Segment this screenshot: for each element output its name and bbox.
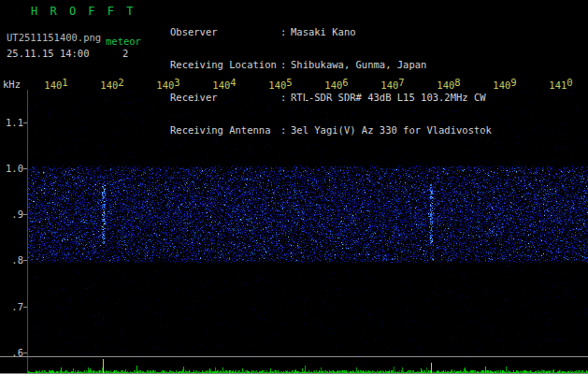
spectrogram-canvas xyxy=(28,90,588,357)
colon-separator: : xyxy=(280,60,291,71)
colon-separator: : xyxy=(280,27,291,38)
datetime-label: 25.11.15 14:00 xyxy=(7,48,90,59)
info-row-observer: Observer:Masaki Kano xyxy=(170,27,492,38)
output-filename: UT2511151400.png xyxy=(7,32,101,43)
frequency-tick-label: .8 xyxy=(11,254,23,266)
observation-code: meteor xyxy=(106,36,141,47)
frequency-tick-label: 1.1 xyxy=(6,117,23,128)
info-label: Receiving Location xyxy=(170,60,280,71)
app-title: H R O F F T xyxy=(31,5,136,18)
frequency-tick-label: .9 xyxy=(11,209,23,220)
info-value: Shibukawa, Gunma, Japan xyxy=(291,59,426,70)
frequency-axis: 1.11.0.9.8.7.6 xyxy=(0,90,23,370)
frequency-tick-label: .7 xyxy=(11,301,23,312)
signal-level-strip xyxy=(0,357,588,373)
counter-label: 2 xyxy=(122,48,128,59)
hrofft-screen: H R O F F T UT2511151400.png meteor 25.1… xyxy=(0,0,588,374)
info-label: Observer xyxy=(170,27,280,38)
info-row-location: Receiving Location:Shibukawa, Gunma, Jap… xyxy=(170,60,492,71)
info-value: Masaki Kano xyxy=(291,26,356,37)
frequency-tick-label: 1.0 xyxy=(6,163,23,174)
